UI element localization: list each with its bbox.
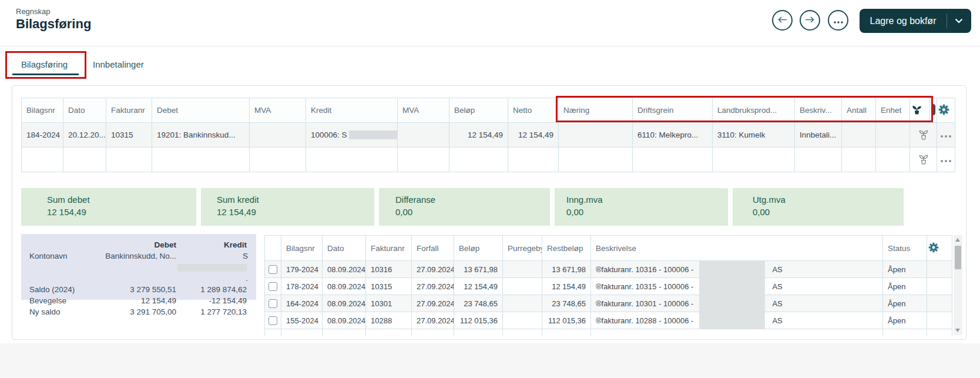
account-panel-row-kontonavn: Kontonavn Bankinnskudd, No... S. [29,250,247,284]
cell-status: Åpen [883,312,927,329]
cell-kredit[interactable] [306,148,398,172]
cell-purregebyr [503,278,542,295]
row-checkbox[interactable] [269,316,277,325]
row-actions-button[interactable] [937,148,955,172]
cell-belop[interactable]: 12 154,49 [449,123,508,148]
summary-sum-debet: Sum debet 12 154,49 [21,188,196,226]
beskrivelse-suffix: AS [772,265,782,274]
cell-mva-1[interactable] [250,123,306,148]
row-checkbox[interactable] [269,265,277,274]
row-agriculture-button[interactable] [910,123,937,148]
debet-value: 3 291 705,00 [95,306,176,317]
open-item-row[interactable]: 179-2024 08.09.2024 10316 27.09.2024 13 … [265,261,952,278]
row-agriculture-button[interactable] [910,148,937,172]
cell-actions [927,261,952,278]
cell-belop[interactable] [449,148,508,172]
forward-button[interactable] [800,10,820,31]
scroll-up-arrow-icon[interactable] [955,238,960,242]
summary-value: 0,00 [395,206,550,219]
col-header-bilagsnr[interactable]: Bilagsnr [22,98,63,123]
page-title: Bilagsføring [16,16,91,32]
col-header-belop[interactable]: Beløp [454,236,503,261]
cell-enhet[interactable] [876,148,910,172]
vertical-scrollbar[interactable] [954,235,962,335]
cell-landbruksprod[interactable]: 3110: Kumelk [713,123,795,148]
cell-fakturanr: 10301 [366,295,412,312]
col-header-fakturanr[interactable]: Fakturanr [366,236,412,261]
cell-antall[interactable] [842,123,876,148]
cell-naering[interactable] [559,148,633,172]
beskrivelse-text: ®fakturanr. 10288 - 100006 - [596,316,693,325]
journal-settings-button[interactable] [937,98,955,123]
scroll-down-arrow-icon[interactable] [955,329,960,332]
col-header-dato[interactable]: Dato [63,98,106,123]
cell-debet[interactable] [152,148,250,172]
col-header-belop[interactable]: Beløp [449,98,508,123]
col-header-dato[interactable]: Dato [323,236,366,261]
beskrivelse-suffix: AS [772,316,782,325]
row-label: Saldo (2024) [29,284,95,295]
col-header-beskrivelse[interactable]: Beskrivelse [591,236,883,261]
cell-beskrivelse[interactable]: Innbetali... [795,123,842,148]
col-header-debet[interactable]: Debet [152,98,250,123]
cell-landbruksprod[interactable] [713,148,795,172]
cell-bilagsnr[interactable] [22,148,63,172]
cell-enhet[interactable] [876,123,910,148]
select-all-column[interactable] [265,236,281,261]
cell-debet[interactable]: 19201: Bankinnskud... [152,123,250,148]
chevron-down-icon[interactable] [947,18,971,24]
header-divider [0,46,980,46]
cell-purregebyr [503,295,542,312]
scrollbar-thumb[interactable] [955,246,961,269]
col-header-bilagsnr[interactable]: Bilagsnr [281,236,323,261]
col-header-netto[interactable]: Netto [508,98,559,123]
col-header-status[interactable]: Status [883,236,927,261]
account-panel-row-saldo: Saldo (2024) 3 279 550,51 1 289 874,62 [29,284,247,295]
open-item-row[interactable]: 155-2024 08.09.2024 10288 27.09.2024 112… [265,312,952,329]
summary-label: Utg.mva [753,194,904,206]
cell-mva-2[interactable] [398,123,449,148]
cell-dato[interactable] [63,148,106,172]
cell-driftsgrein[interactable] [633,148,713,172]
cell-fakturanr: 10316 [366,261,412,278]
debet-value: 3 279 550,51 [95,284,176,295]
more-actions-button[interactable] [828,10,848,31]
col-header-kredit[interactable]: Kredit [306,98,398,123]
cell-antall[interactable] [842,148,876,172]
cell-fakturanr[interactable]: 10315 [106,123,152,148]
tab-innbetalinger[interactable]: Innbetalinger [93,59,144,69]
cell-beskrivelse[interactable] [795,148,842,172]
col-header-forfall[interactable]: Forfall [412,236,454,261]
debet-column-header: Debet [95,239,176,250]
save-and-post-button[interactable]: Lagre og bokfør [860,9,971,33]
cell-mva-1[interactable] [250,148,306,172]
open-item-row[interactable]: 164-2024 08.09.2024 10301 27.09.2024 23 … [265,295,952,312]
cell-dato[interactable]: 20.12.20... [63,123,106,148]
col-header-restbelop[interactable]: Restbeløp [542,236,591,261]
cell-driftsgrein[interactable]: 6110: Melkepro... [633,123,713,148]
cell-bilagsnr[interactable]: 184-2024 [22,123,63,148]
col-header-purregebyr[interactable]: Purregebyr [503,236,542,261]
row-checkbox[interactable] [269,299,277,308]
row-checkbox[interactable] [269,282,277,291]
beskrivelse-suffix: AS [772,299,782,308]
cell-mva-2[interactable] [398,148,449,172]
breadcrumb[interactable]: Regnskap [16,7,51,16]
open-item-row[interactable]: 178-2024 08.09.2024 10315 27.09.2024 12 … [265,278,952,295]
back-button[interactable] [772,10,793,31]
cell-restbelop: 112 015,36 [542,312,591,329]
cell-beskrivelse: ®fakturanr. 10288 - 100006 -AS [591,312,883,329]
cell-belop: 13 671,98 [454,261,503,278]
cell-netto[interactable]: 12 154,49 [508,123,559,148]
cell-netto[interactable] [508,148,559,172]
cell-naering[interactable] [559,123,633,148]
open-items-header-row: Bilagsnr Dato Fakturanr Forfall Beløp Pu… [265,236,952,261]
col-header-fakturanr[interactable]: Fakturanr [106,98,152,123]
cell-fakturanr[interactable] [106,148,152,172]
cell-kredit[interactable]: 100006: S.. [306,123,398,148]
row-actions-button[interactable] [937,123,955,148]
cell-purregebyr [503,312,542,329]
col-header-mva-1[interactable]: MVA [250,98,306,123]
col-header-mva-2[interactable]: MVA [398,98,449,123]
open-items-settings-button[interactable] [927,236,952,261]
